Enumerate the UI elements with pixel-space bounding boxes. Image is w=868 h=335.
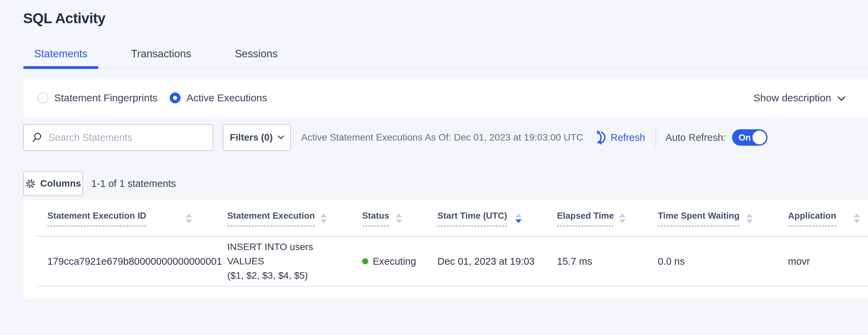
radio-label: Active Executions xyxy=(186,92,267,104)
cell-start-time: Dec 01, 2023 at 19:03 xyxy=(426,256,545,267)
refresh-label: Refresh xyxy=(610,132,645,143)
vertical-divider xyxy=(655,128,656,147)
refresh-icon xyxy=(591,130,607,145)
toggle-knob[interactable] xyxy=(753,131,766,144)
show-description-label: Show description xyxy=(754,92,831,104)
as-of-timestamp: Active Statement Executions As Of: Dec 0… xyxy=(301,132,583,143)
result-count: 1-1 of 1 statements xyxy=(91,178,176,189)
view-mode-card: Statement Fingerprints Active Executions… xyxy=(23,79,868,117)
sort-icon xyxy=(186,214,192,223)
status-executing-dot-icon xyxy=(362,258,368,264)
statement-line-1: INSERT INTO users VALUES xyxy=(227,240,351,268)
cell-statement-execution: INSERT INTO users VALUES ($1, $2, $3, $4… xyxy=(216,240,351,283)
radio-unselected-icon[interactable] xyxy=(37,92,48,103)
table-row: 179cca7921e679b80000000000000001 INSERT … xyxy=(36,237,868,287)
tab-bar: Statements Transactions Sessions xyxy=(23,48,868,69)
sort-icon xyxy=(746,214,753,223)
col-header-application[interactable]: Application xyxy=(776,210,868,227)
columns-button[interactable]: Columns xyxy=(23,171,83,196)
chevron-down-icon xyxy=(837,92,846,104)
sort-icon xyxy=(321,214,327,223)
sort-icon xyxy=(619,214,625,223)
col-header-time-spent-waiting[interactable]: Time Spent Waiting xyxy=(646,210,776,227)
filters-button[interactable]: Filters (0) xyxy=(223,124,291,151)
cell-status: Executing xyxy=(351,256,426,267)
statement-line-2: ($1, $2, $3, $4, $5) xyxy=(227,268,351,283)
col-header-elapsed-time[interactable]: Elapsed Time xyxy=(545,210,646,227)
tab-transactions[interactable]: Transactions xyxy=(120,48,202,68)
show-description-toggle[interactable]: Show description xyxy=(754,92,846,104)
sql-activity-page: SQL Activity Statements Transactions Ses… xyxy=(0,0,868,298)
search-icon xyxy=(31,132,42,143)
col-header-start-time[interactable]: Start Time (UTC) xyxy=(426,210,545,227)
table-toolbar: Columns 1-1 of 1 statements xyxy=(23,171,868,196)
gear-icon xyxy=(25,178,36,189)
col-header-statement-execution[interactable]: Statement Execution xyxy=(216,210,351,227)
auto-refresh-toggle[interactable]: On xyxy=(732,129,768,146)
filter-bar: Filters (0) Active Statement Executions … xyxy=(23,124,868,151)
columns-button-label: Columns xyxy=(40,178,81,189)
filters-button-label: Filters (0) xyxy=(230,132,273,143)
sort-icon xyxy=(854,214,860,223)
col-header-statement-execution-id[interactable]: Statement Execution ID xyxy=(36,210,216,227)
cell-application: movr xyxy=(776,256,868,267)
cell-statement-execution-id: 179cca7921e679b80000000000000001 xyxy=(36,256,216,267)
status-label: Executing xyxy=(373,256,416,267)
statements-table: Statement Execution ID Statement Executi… xyxy=(23,201,868,298)
radio-active-executions[interactable]: Active Executions xyxy=(170,92,267,104)
col-header-status[interactable]: Status xyxy=(351,210,426,227)
search-box[interactable] xyxy=(23,124,213,151)
refresh-button[interactable]: Refresh xyxy=(591,130,645,145)
page-title: SQL Activity xyxy=(23,0,868,27)
cell-elapsed-time: 15.7 ms xyxy=(545,256,646,267)
auto-refresh-label: Auto Refresh: xyxy=(666,132,726,143)
tab-statements[interactable]: Statements xyxy=(23,48,98,68)
radio-selected-icon[interactable] xyxy=(170,92,181,103)
cell-time-spent-waiting: 0.0 ns xyxy=(646,256,776,267)
chevron-down-icon xyxy=(278,135,284,140)
radio-label: Statement Fingerprints xyxy=(54,92,157,104)
sort-icon xyxy=(396,214,402,223)
table-header-row: Statement Execution ID Statement Executi… xyxy=(36,201,868,237)
radio-statement-fingerprints[interactable]: Statement Fingerprints xyxy=(37,92,157,104)
tab-sessions[interactable]: Sessions xyxy=(224,48,289,68)
search-input[interactable] xyxy=(48,132,205,143)
toggle-state-label: On xyxy=(739,132,751,143)
sort-icon-active-desc xyxy=(515,214,522,223)
